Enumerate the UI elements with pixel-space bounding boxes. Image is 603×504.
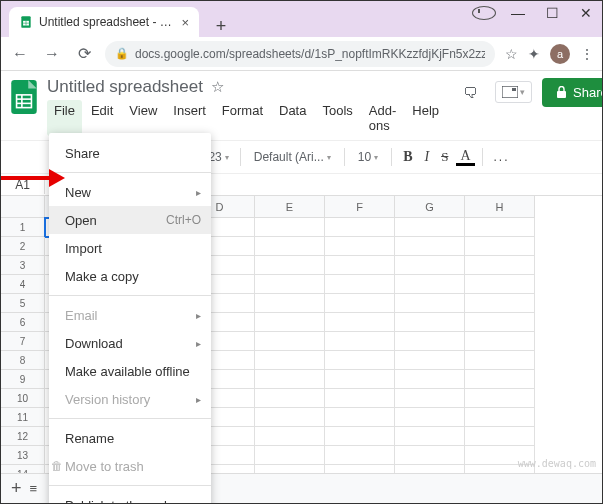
cell[interactable] — [395, 408, 465, 427]
cell[interactable] — [325, 256, 395, 275]
menu-open[interactable]: OpenCtrl+O — [49, 206, 211, 234]
browser-menu-icon[interactable]: ⋮ — [580, 46, 594, 62]
menu-share[interactable]: Share — [49, 139, 211, 167]
column-header[interactable]: G — [395, 196, 465, 218]
cell[interactable] — [325, 313, 395, 332]
cell[interactable] — [255, 218, 325, 237]
back-icon[interactable]: ← — [9, 45, 31, 63]
star-bookmark-icon[interactable]: ☆ — [505, 46, 518, 62]
row-header[interactable]: 6 — [1, 313, 45, 332]
sheets-logo[interactable] — [11, 77, 37, 117]
cell[interactable] — [465, 294, 535, 313]
row-header[interactable]: 12 — [1, 427, 45, 446]
browser-tab[interactable]: Untitled spreadsheet - Google S × — [9, 7, 199, 37]
cell[interactable] — [255, 446, 325, 465]
cell[interactable] — [395, 313, 465, 332]
more-toolbar-button[interactable]: ... — [490, 150, 514, 164]
cell[interactable] — [395, 237, 465, 256]
menu-publish[interactable]: Publish to the web — [49, 491, 211, 504]
cell[interactable] — [395, 351, 465, 370]
cell[interactable] — [255, 370, 325, 389]
menu-rename[interactable]: Rename — [49, 424, 211, 452]
reload-icon[interactable]: ⟳ — [73, 44, 95, 63]
column-header[interactable]: E — [255, 196, 325, 218]
cell[interactable] — [325, 446, 395, 465]
cell[interactable] — [465, 370, 535, 389]
maximize-icon[interactable]: ☐ — [540, 5, 564, 21]
menu-download[interactable]: Download — [49, 329, 211, 357]
cell[interactable] — [395, 256, 465, 275]
cell[interactable] — [255, 427, 325, 446]
text-color-button[interactable]: A — [456, 149, 474, 166]
bold-button[interactable]: B — [399, 149, 416, 165]
cell[interactable] — [465, 332, 535, 351]
menu-tools[interactable]: Tools — [315, 100, 359, 136]
cell[interactable] — [325, 408, 395, 427]
cell[interactable] — [325, 351, 395, 370]
menu-addons[interactable]: Add-ons — [362, 100, 403, 136]
menu-offline[interactable]: Make available offline — [49, 357, 211, 385]
cell[interactable] — [255, 332, 325, 351]
cell[interactable] — [325, 370, 395, 389]
close-window-icon[interactable]: ✕ — [574, 5, 598, 21]
row-header[interactable]: 11 — [1, 408, 45, 427]
font-family-select[interactable]: Default (Ari... — [248, 150, 337, 164]
url-field[interactable]: 🔒 docs.google.com/spreadsheets/d/1sP_nop… — [105, 41, 495, 67]
menu-email[interactable]: Email — [49, 301, 211, 329]
extensions-icon[interactable]: ✦ — [528, 46, 540, 62]
row-header[interactable]: 8 — [1, 351, 45, 370]
cell[interactable] — [255, 408, 325, 427]
menu-help[interactable]: Help — [405, 100, 446, 136]
share-button[interactable]: Share — [542, 78, 603, 107]
row-header[interactable]: 13 — [1, 446, 45, 465]
row-header[interactable]: 3 — [1, 256, 45, 275]
cell[interactable] — [255, 275, 325, 294]
row-header[interactable]: 10 — [1, 389, 45, 408]
cell[interactable] — [255, 256, 325, 275]
cell[interactable] — [465, 427, 535, 446]
cell[interactable] — [465, 218, 535, 237]
cell[interactable] — [465, 351, 535, 370]
menu-move-trash[interactable]: 🗑Move to trash — [49, 452, 211, 480]
cell[interactable] — [325, 218, 395, 237]
menu-data[interactable]: Data — [272, 100, 313, 136]
row-header[interactable]: 5 — [1, 294, 45, 313]
close-tab-icon[interactable]: × — [181, 15, 189, 30]
comments-icon[interactable]: 🗨 — [456, 79, 485, 106]
menu-format[interactable]: Format — [215, 100, 270, 136]
cell[interactable] — [255, 237, 325, 256]
cell[interactable] — [255, 294, 325, 313]
row-header[interactable]: 2 — [1, 237, 45, 256]
cell[interactable] — [255, 313, 325, 332]
cell[interactable] — [465, 408, 535, 427]
minimize-icon[interactable]: — — [506, 5, 530, 21]
cell[interactable] — [395, 218, 465, 237]
row-header[interactable]: 4 — [1, 275, 45, 294]
cell[interactable] — [325, 275, 395, 294]
cell[interactable] — [395, 389, 465, 408]
cell[interactable] — [325, 332, 395, 351]
cell[interactable] — [255, 389, 325, 408]
star-icon[interactable]: ☆ — [211, 78, 224, 96]
cell[interactable] — [395, 370, 465, 389]
menu-make-copy[interactable]: Make a copy — [49, 262, 211, 290]
font-size-select[interactable]: 10 — [352, 150, 384, 164]
cell[interactable] — [465, 389, 535, 408]
italic-button[interactable]: I — [420, 149, 433, 165]
document-title[interactable]: Untitled spreadsheet — [47, 77, 203, 97]
new-tab-button[interactable]: + — [207, 16, 235, 37]
profile-avatar[interactable]: a — [550, 44, 570, 64]
cell[interactable] — [255, 351, 325, 370]
cell[interactable] — [395, 427, 465, 446]
present-button[interactable]: ▾ — [495, 81, 532, 103]
row-header[interactable]: 1 — [1, 218, 45, 237]
menu-new[interactable]: New — [49, 178, 211, 206]
menu-view[interactable]: View — [122, 100, 164, 136]
cell[interactable] — [325, 427, 395, 446]
cell[interactable] — [325, 389, 395, 408]
menu-insert[interactable]: Insert — [166, 100, 213, 136]
select-all-corner[interactable] — [1, 196, 45, 218]
column-header[interactable]: F — [325, 196, 395, 218]
cell[interactable] — [395, 275, 465, 294]
cell[interactable] — [465, 313, 535, 332]
